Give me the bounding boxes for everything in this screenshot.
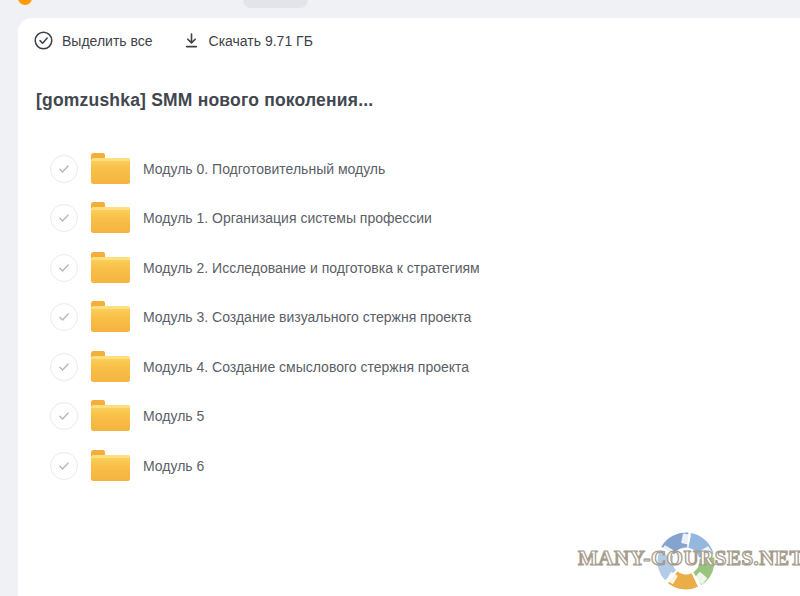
folder-icon bbox=[91, 306, 130, 332]
folder-name: Модуль 6 bbox=[143, 458, 204, 474]
row-checkbox[interactable] bbox=[50, 402, 78, 430]
download-icon bbox=[183, 32, 200, 49]
watermark: MANY-COURSES.NET bbox=[578, 529, 796, 593]
row-checkbox[interactable] bbox=[50, 254, 78, 282]
folder-row[interactable]: Модуль 5 bbox=[18, 392, 800, 442]
folder-row[interactable]: Модуль 4. Создание смыслового стержня пр… bbox=[18, 342, 800, 392]
top-tab-remnant bbox=[243, 0, 308, 8]
folder-row[interactable]: Модуль 3. Создание визуального стержня п… bbox=[18, 293, 800, 343]
row-checkbox[interactable] bbox=[50, 204, 78, 232]
file-list-card: Выделить все Скачать 9.71 ГБ [gomzushka]… bbox=[18, 18, 800, 596]
download-button[interactable]: Скачать 9.71 ГБ bbox=[183, 32, 313, 49]
folder-name: Модуль 4. Создание смыслового стержня пр… bbox=[143, 359, 469, 375]
folder-icon bbox=[91, 405, 130, 431]
watermark-text: MANY-COURSES.NET bbox=[578, 546, 796, 571]
row-checkbox[interactable] bbox=[50, 303, 78, 331]
download-label: Скачать 9.71 ГБ bbox=[209, 33, 313, 49]
folder-icon bbox=[91, 257, 130, 283]
folder-icon bbox=[91, 158, 130, 184]
folder-row[interactable]: Модуль 1. Организация системы профессии bbox=[18, 194, 800, 244]
folder-list: Модуль 0. Подготовительный модуль Модуль… bbox=[18, 144, 800, 491]
row-checkbox[interactable] bbox=[50, 155, 78, 183]
folder-name: Модуль 2. Исследование и подготовка к ст… bbox=[143, 260, 480, 276]
row-checkbox[interactable] bbox=[50, 452, 78, 480]
page-title: [gomzushka] SMM нового поколения... bbox=[36, 90, 800, 111]
select-all-button[interactable]: Выделить все bbox=[34, 31, 153, 50]
select-all-label: Выделить все bbox=[62, 33, 153, 49]
toolbar: Выделить все Скачать 9.71 ГБ bbox=[18, 18, 800, 50]
folder-name: Модуль 5 bbox=[143, 408, 204, 424]
folder-name: Модуль 3. Создание визуального стержня п… bbox=[143, 309, 471, 325]
folder-row[interactable]: Модуль 0. Подготовительный модуль bbox=[18, 144, 800, 194]
folder-name: Модуль 1. Организация системы профессии bbox=[143, 210, 432, 226]
folder-row[interactable]: Модуль 6 bbox=[18, 441, 800, 491]
avatar-partial bbox=[18, 0, 32, 5]
folder-row[interactable]: Модуль 2. Исследование и подготовка к ст… bbox=[18, 243, 800, 293]
folder-icon bbox=[91, 207, 130, 233]
circle-check-icon bbox=[34, 31, 53, 50]
folder-name: Модуль 0. Подготовительный модуль bbox=[143, 161, 385, 177]
row-checkbox[interactable] bbox=[50, 353, 78, 381]
folder-icon bbox=[91, 356, 130, 382]
folder-icon bbox=[91, 455, 130, 481]
